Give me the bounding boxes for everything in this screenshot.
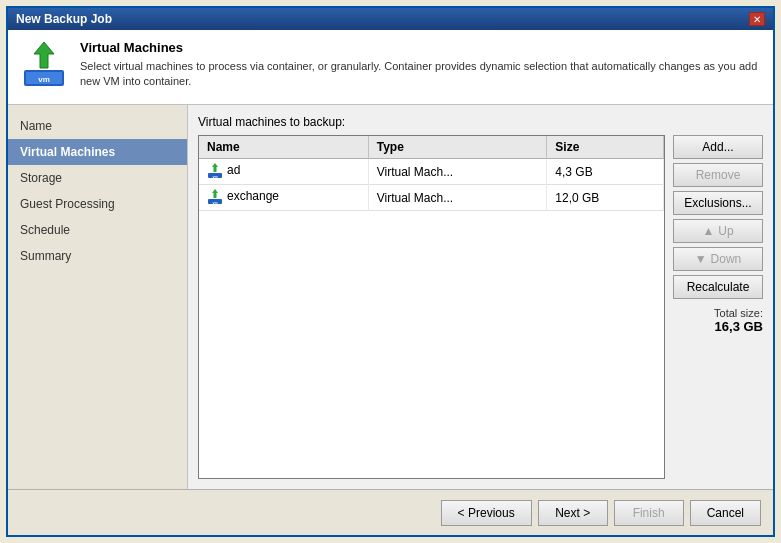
down-arrow-icon: ▼ bbox=[695, 252, 707, 266]
sidebar-item-schedule[interactable]: Schedule bbox=[8, 217, 187, 243]
table-row[interactable]: vm ad Virtual Mach... 4,3 GB bbox=[199, 159, 664, 185]
recalculate-button[interactable]: Recalculate bbox=[673, 275, 763, 299]
window-title: New Backup Job bbox=[16, 12, 112, 26]
header-section: vm Virtual Machines Select virtual machi… bbox=[8, 30, 773, 105]
vm-name-cell: vm exchange bbox=[199, 185, 368, 211]
table-row[interactable]: vm exchange Virtual Mach... 12,0 GB bbox=[199, 185, 664, 211]
main-window: New Backup Job ✕ vm Virtual Machines Sel… bbox=[6, 6, 775, 537]
sidebar-item-name[interactable]: Name bbox=[8, 113, 187, 139]
table-and-buttons: Name Type Size bbox=[198, 135, 763, 479]
main-area: Name Virtual Machines Storage Guest Proc… bbox=[8, 105, 773, 489]
vm-name-cell: vm ad bbox=[199, 159, 368, 185]
col-type: Type bbox=[368, 136, 547, 159]
vm-table-container: Name Type Size bbox=[198, 135, 665, 479]
sidebar-item-summary[interactable]: Summary bbox=[8, 243, 187, 269]
vm-header-icon: vm bbox=[20, 40, 68, 88]
title-bar: New Backup Job ✕ bbox=[8, 8, 773, 30]
sidebar-item-virtual-machines[interactable]: Virtual Machines bbox=[8, 139, 187, 165]
vm-row-icon-exchange: vm exchange bbox=[207, 188, 279, 204]
content-area: Virtual machines to backup: Name Type Si… bbox=[188, 105, 773, 489]
vm-small-icon-exchange: vm bbox=[207, 188, 223, 204]
vm-type-cell-exchange: Virtual Mach... bbox=[368, 185, 547, 211]
header-icon: vm bbox=[20, 40, 68, 88]
total-size-value: 16,3 GB bbox=[673, 319, 763, 334]
vm-table: Name Type Size bbox=[199, 136, 664, 211]
table-header-row: Name Type Size bbox=[199, 136, 664, 159]
sidebar-item-storage[interactable]: Storage bbox=[8, 165, 187, 191]
close-button[interactable]: ✕ bbox=[749, 12, 765, 26]
vm-row-icon-ad: vm ad bbox=[207, 162, 240, 178]
vm-list-label: Virtual machines to backup: bbox=[198, 115, 763, 129]
exclusions-button[interactable]: Exclusions... bbox=[673, 191, 763, 215]
up-button[interactable]: ▲ Up bbox=[673, 219, 763, 243]
svg-marker-4 bbox=[212, 163, 218, 172]
header-text: Virtual Machines Select virtual machines… bbox=[80, 40, 761, 90]
col-size: Size bbox=[547, 136, 664, 159]
header-description: Select virtual machines to process via c… bbox=[80, 59, 761, 90]
add-button[interactable]: Add... bbox=[673, 135, 763, 159]
total-size-area: Total size: 16,3 GB bbox=[673, 307, 763, 334]
svg-marker-7 bbox=[212, 189, 218, 198]
cancel-button[interactable]: Cancel bbox=[690, 500, 761, 526]
next-button[interactable]: Next > bbox=[538, 500, 608, 526]
vm-small-icon-ad: vm bbox=[207, 162, 223, 178]
vm-type-cell-ad: Virtual Mach... bbox=[368, 159, 547, 185]
svg-marker-0 bbox=[34, 42, 54, 68]
sidebar: Name Virtual Machines Storage Guest Proc… bbox=[8, 105, 188, 489]
footer: < Previous Next > Finish Cancel bbox=[8, 489, 773, 535]
svg-text:vm: vm bbox=[38, 75, 50, 84]
remove-button[interactable]: Remove bbox=[673, 163, 763, 187]
svg-text:vm: vm bbox=[212, 201, 217, 205]
total-size-label: Total size: bbox=[673, 307, 763, 319]
buttons-panel: Add... Remove Exclusions... ▲ Up ▼ Down … bbox=[673, 135, 763, 479]
up-arrow-icon: ▲ bbox=[702, 224, 714, 238]
down-button[interactable]: ▼ Down bbox=[673, 247, 763, 271]
finish-button[interactable]: Finish bbox=[614, 500, 684, 526]
vm-size-cell-exchange: 12,0 GB bbox=[547, 185, 664, 211]
header-title: Virtual Machines bbox=[80, 40, 761, 55]
col-name: Name bbox=[199, 136, 368, 159]
vm-size-cell-ad: 4,3 GB bbox=[547, 159, 664, 185]
svg-text:vm: vm bbox=[212, 175, 217, 179]
previous-button[interactable]: < Previous bbox=[441, 500, 532, 526]
sidebar-item-guest-processing[interactable]: Guest Processing bbox=[8, 191, 187, 217]
